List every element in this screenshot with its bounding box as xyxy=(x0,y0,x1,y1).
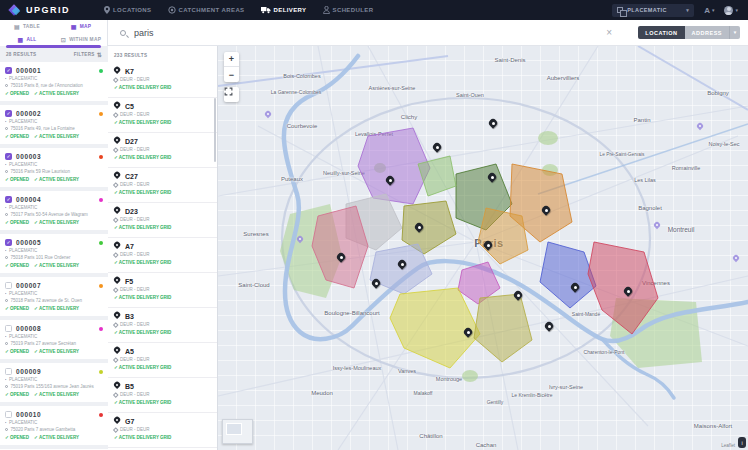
search-input[interactable] xyxy=(132,27,432,39)
nav-item-scheduler[interactable]: SCHEDULER xyxy=(323,6,374,14)
catchment-circle-icon xyxy=(168,6,176,14)
brand-logo[interactable]: UPGRID xyxy=(0,4,70,17)
location-card[interactable]: ✓000002▪PLACEMATIC75016 Paris 49, rue La… xyxy=(0,105,108,144)
location-card-header: 000007 xyxy=(5,281,103,289)
location-card[interactable]: 000008▪PLACEMATIC75019 Paris 27 avenue S… xyxy=(0,320,108,359)
location-card-header: 000009 xyxy=(5,367,103,375)
marker-icon xyxy=(114,207,120,215)
crop-icon: ⊡ xyxy=(61,37,66,43)
nav-item-catchment-areas[interactable]: CATCHMENT AREAS xyxy=(168,6,245,14)
delivery-area-card[interactable]: K7DEUR - DEUR✓ ACTIVE DELIVERY GRID xyxy=(108,63,217,98)
location-company: PLACEMATIC xyxy=(9,420,37,425)
delivery-area-card[interactable]: C5DEUR - DEUR✓ ACTIVE DELIVERY GRID xyxy=(108,98,217,133)
zoom-in-button[interactable]: + xyxy=(224,52,239,67)
chevron-down-icon: ▾ xyxy=(735,7,738,13)
marker-icon xyxy=(114,172,120,180)
area-service-row: DEUR - DEUR xyxy=(114,112,211,117)
area-service: DEUR - DEUR xyxy=(120,217,150,222)
district-zone[interactable] xyxy=(478,208,528,264)
location-status-dot xyxy=(99,284,103,288)
location-company-row: ▪PLACEMATIC xyxy=(5,205,103,210)
delivery-area-card[interactable]: F5DEUR - DEUR✓ ACTIVE DELIVERY GRID xyxy=(108,273,217,308)
location-address: 75019 Paris 155/163 avenue Jean Jaurès xyxy=(11,384,94,389)
area-status: ✓ ACTIVE DELIVERY GRID xyxy=(114,400,211,405)
mode-address-button[interactable]: ADDRESS xyxy=(685,26,729,39)
location-checkbox[interactable] xyxy=(5,368,12,375)
location-card[interactable]: 000009▪PLACEMATIC75019 Paris 155/163 ave… xyxy=(0,363,108,402)
location-checkbox[interactable]: ✓ xyxy=(5,239,12,246)
areas-results-count: 233 RESULTS xyxy=(108,46,217,63)
company-icon: ▪ xyxy=(5,120,6,124)
results-count: 28 RESULTS xyxy=(6,52,36,57)
clear-search-icon[interactable]: × xyxy=(606,28,612,38)
district-zone[interactable] xyxy=(474,294,532,362)
area-code: B3 xyxy=(125,313,134,320)
tab-map[interactable]: ▦ MAP xyxy=(54,20,108,33)
location-checkbox[interactable] xyxy=(5,411,12,418)
location-company-row: ▪PLACEMATIC xyxy=(5,76,103,81)
area-status: ✓ ACTIVE DELIVERY GRID xyxy=(114,330,211,335)
location-id: 000004 xyxy=(16,196,41,203)
mode-dropdown-caret[interactable]: ▼ xyxy=(729,26,740,39)
location-card[interactable]: 000007▪PLACEMATIC75018 Paris 72 avenue d… xyxy=(0,277,108,316)
location-checkbox[interactable] xyxy=(5,325,12,332)
map-canvas[interactable]: ParisClichySaint-OuenSaint-DenisAubervil… xyxy=(218,46,748,450)
delivery-area-card[interactable]: C27DEUR - DEUR✓ ACTIVE DELIVERY GRID xyxy=(108,168,217,203)
location-card-header: 000010 xyxy=(5,410,103,418)
delivery-area-card[interactable]: B3DEUR - DEUR✓ ACTIVE DELIVERY GRID xyxy=(108,308,217,343)
areas-list: K7DEUR - DEUR✓ ACTIVE DELIVERY GRIDC5DEU… xyxy=(108,63,217,448)
delivery-area-card[interactable]: D23DEUR - DEUR✓ ACTIVE DELIVERY GRID xyxy=(108,203,217,238)
area-service: DEUR - DEUR xyxy=(120,427,150,432)
district-zone[interactable] xyxy=(588,242,658,334)
map-zoom-control: + − xyxy=(224,52,239,82)
location-card[interactable]: ✓000004▪PLACEMATIC75017 Paris 50-54 Aven… xyxy=(0,191,108,230)
location-company: PLACEMATIC xyxy=(9,377,37,382)
tab-table[interactable]: ▤ TABLE xyxy=(0,20,54,33)
area-card-header: F5 xyxy=(114,277,211,285)
location-card[interactable]: 000010▪PLACEMATIC75020 Paris 7 avenue Ga… xyxy=(0,406,108,445)
area-service-row: DEUR - DEUR xyxy=(114,217,211,222)
status-badge: ✓ OPENED xyxy=(5,392,29,397)
nav-label: LOCATIONS xyxy=(113,7,152,13)
location-checkbox[interactable]: ✓ xyxy=(5,110,12,117)
overview-minimap[interactable] xyxy=(222,419,253,444)
area-code: D23 xyxy=(125,208,138,215)
nav-item-locations[interactable]: LOCATIONS xyxy=(104,6,152,14)
location-card[interactable]: ✓000005▪PLACEMATIC75018 Paris 101 Rue Or… xyxy=(0,234,108,273)
area-service-row: DEUR - DEUR xyxy=(114,427,211,432)
attribution-toggle[interactable]: i xyxy=(738,437,746,448)
table-icon: ▤ xyxy=(14,24,20,30)
location-checkbox[interactable]: ✓ xyxy=(5,153,12,160)
mode-location-button[interactable]: LOCATION xyxy=(638,26,684,39)
workspace-selector[interactable]: PLACEMATIC ▾ xyxy=(612,4,694,17)
marker-icon xyxy=(114,242,120,250)
delivery-area-card[interactable]: B5DEUR - DEUR✓ ACTIVE DELIVERY GRID xyxy=(108,378,217,413)
location-card[interactable]: ✓000001▪PLACEMATIC75016 Paris 8, rue de … xyxy=(0,62,108,101)
district-zone[interactable] xyxy=(540,242,596,308)
locations-sidebar: 28 RESULTS FILTERS ⇅ ✓000001▪PLACEMATIC7… xyxy=(0,48,108,450)
location-card-header: ✓000004 xyxy=(5,195,103,203)
nav-item-delivery[interactable]: DELIVERY xyxy=(261,6,307,14)
areas-scrollbar[interactable] xyxy=(214,98,216,162)
company-icon: ▪ xyxy=(5,206,6,210)
zoom-out-button[interactable]: − xyxy=(224,67,239,82)
pin-icon xyxy=(5,428,8,431)
delivery-area-card[interactable]: A7DEUR - DEUR✓ ACTIVE DELIVERY GRID xyxy=(108,238,217,273)
location-status-dot xyxy=(99,241,103,245)
location-checkbox[interactable]: ✓ xyxy=(5,67,12,74)
delivery-area-card[interactable]: G7DEUR - DEUR✓ ACTIVE DELIVERY GRID xyxy=(108,413,217,448)
nav-label: DELIVERY xyxy=(274,7,307,13)
location-card-header: ✓000002 xyxy=(5,109,103,117)
language-selector[interactable]: A ▾ xyxy=(704,6,714,15)
filters-button[interactable]: FILTERS ⇅ xyxy=(74,51,102,58)
user-menu[interactable]: ▾ xyxy=(724,6,738,15)
location-card[interactable]: ✓000003▪PLACEMATIC75016 Paris 59 Rue Lau… xyxy=(0,148,108,187)
fullscreen-button[interactable] xyxy=(224,87,239,102)
location-checkbox[interactable]: ✓ xyxy=(5,196,12,203)
area-code: B5 xyxy=(125,383,134,390)
delivery-area-card[interactable]: A5DEUR - DEUR✓ ACTIVE DELIVERY GRID xyxy=(108,343,217,378)
delivery-area-card[interactable]: D27DEUR - DEUR✓ ACTIVE DELIVERY GRID xyxy=(108,133,217,168)
location-address: 75016 Paris 59 Rue Lauriston xyxy=(11,169,71,174)
location-checkbox[interactable] xyxy=(5,282,12,289)
district-zone[interactable] xyxy=(312,206,368,288)
